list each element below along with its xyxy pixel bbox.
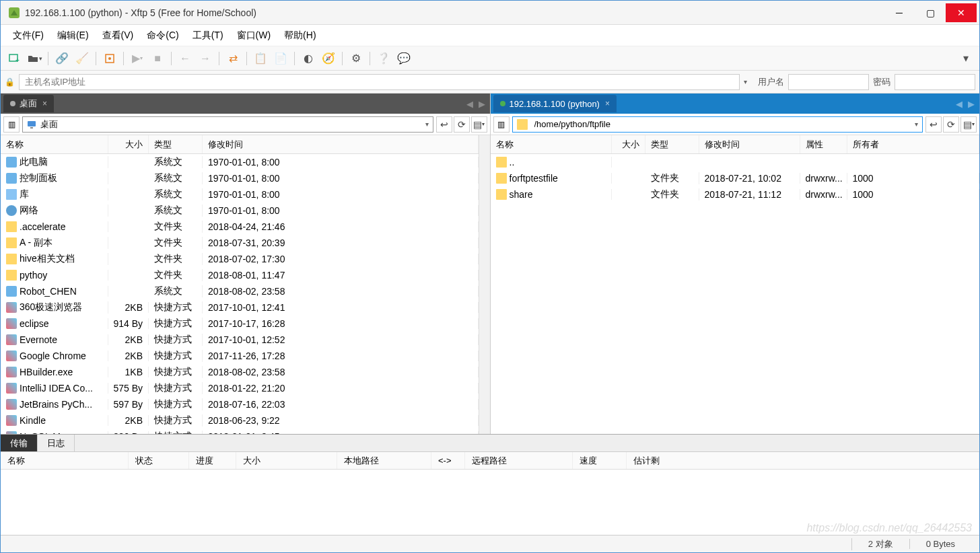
new-session-icon[interactable]: + xyxy=(5,49,24,68)
settings-icon[interactable]: ⚙ xyxy=(347,49,365,68)
col-type[interactable]: 类型 xyxy=(149,135,203,153)
newfolder-icon[interactable]: ▤▾ xyxy=(471,116,487,133)
table-row[interactable]: Robot_CHEN系统文2018-08-02, 23:58 xyxy=(1,283,479,299)
table-row[interactable]: forftptestfile文件夹2018-07-21, 10:02drwxrw… xyxy=(491,170,980,186)
col-name[interactable]: 名称 xyxy=(491,135,612,153)
host-input[interactable] xyxy=(19,74,740,90)
menu-command[interactable]: 命令(C) xyxy=(141,27,184,44)
col-mtime[interactable]: 修改时间 xyxy=(203,135,479,153)
col-type[interactable]: 类型 xyxy=(645,135,699,153)
tab-log[interactable]: 日志 xyxy=(38,435,75,451)
transfer-icon[interactable]: ⇄ xyxy=(223,49,242,68)
table-row[interactable]: 库系统文1970-01-01, 8:00 xyxy=(1,186,479,202)
table-row[interactable]: HBuilder.exe1KB快捷方式2018-08-02, 23:58 xyxy=(1,364,479,380)
menu-edit[interactable]: 编辑(E) xyxy=(52,27,94,44)
col-size[interactable]: 大小 xyxy=(108,135,149,153)
menu-view[interactable]: 查看(V) xyxy=(97,27,139,44)
table-row[interactable]: Google Chrome2KB快捷方式2017-11-26, 17:28 xyxy=(1,348,479,364)
table-row[interactable]: pythoy文件夹2018-08-01, 11:47 xyxy=(1,267,479,283)
col-mtime[interactable]: 修改时间 xyxy=(699,135,800,153)
sidebar-toggle-icon[interactable]: ▥ xyxy=(3,116,20,133)
user-input[interactable] xyxy=(788,74,869,90)
table-row[interactable]: .accelerate文件夹2018-04-24, 21:46 xyxy=(1,219,479,235)
tab-close-icon[interactable]: × xyxy=(605,99,610,108)
tcol-progress[interactable]: 进度 xyxy=(189,452,236,469)
file-size: 2KB xyxy=(108,351,149,361)
menu-window[interactable]: 窗口(W) xyxy=(232,27,277,44)
table-row[interactable]: NoSQL Manag...826 By快捷方式2018-01-01, 8:45 xyxy=(1,429,479,434)
tcol-local[interactable]: 本地路径 xyxy=(337,452,431,469)
table-row[interactable]: eclipse914 By快捷方式2017-10-17, 16:28 xyxy=(1,316,479,332)
table-row[interactable]: 此电脑系统文1970-01-01, 8:00 xyxy=(1,154,479,170)
table-row[interactable]: A - 副本文件夹2018-07-31, 20:39 xyxy=(1,235,479,251)
local-path-box[interactable]: 桌面 ▾ xyxy=(22,116,433,133)
help-icon[interactable]: ❔ xyxy=(374,49,393,68)
table-row[interactable]: Evernote2KB快捷方式2017-10-01, 12:52 xyxy=(1,332,479,348)
maximize-button[interactable]: ▢ xyxy=(915,3,946,22)
table-row[interactable]: 360极速浏览器2KB快捷方式2017-10-01, 12:41 xyxy=(1,299,479,316)
system-icon xyxy=(6,157,17,168)
file-type: 快捷方式 xyxy=(149,350,203,362)
refresh-icon[interactable]: ⟳ xyxy=(454,116,470,133)
tcol-name[interactable]: 名称 xyxy=(1,452,129,469)
link-icon[interactable]: 🔗 xyxy=(53,49,71,68)
file-name: 控制面板 xyxy=(20,172,57,184)
menu-help[interactable]: 帮助(H) xyxy=(279,27,321,44)
drive-icon xyxy=(6,189,17,200)
col-name[interactable]: 名称 xyxy=(1,135,108,153)
tcol-eta[interactable]: 估计剩 xyxy=(627,452,979,469)
folder-icon xyxy=(6,221,17,232)
table-row[interactable]: Kindle2KB快捷方式2018-06-23, 9:22 xyxy=(1,412,479,429)
toolbar-menu-icon[interactable]: ▾ xyxy=(956,49,975,68)
remote-file-list[interactable]: 名称 大小 类型 修改时间 属性 所有者 ..forftptestfile文件夹… xyxy=(491,135,980,434)
table-row[interactable]: share文件夹2018-07-21, 11:12drwxrw...1000 xyxy=(491,186,980,202)
tab-prev-icon[interactable]: ◀ xyxy=(464,99,475,109)
separator xyxy=(294,52,295,65)
open-icon[interactable]: ▾ xyxy=(25,49,44,68)
tab-desktop[interactable]: 桌面 × xyxy=(3,95,54,112)
menu-file[interactable]: 文件(F) xyxy=(7,27,49,44)
table-row[interactable]: 网络系统文1970-01-01, 8:00 xyxy=(1,202,479,219)
tcol-size[interactable]: 大小 xyxy=(236,452,337,469)
table-row[interactable]: IntelliJ IDEA Co...575 By快捷方式2018-01-22,… xyxy=(1,380,479,396)
table-row[interactable]: JetBrains PyCh...597 By快捷方式2018-07-16, 2… xyxy=(1,396,479,412)
path-dropdown-icon[interactable]: ▾ xyxy=(915,120,918,128)
minimize-button[interactable]: ─ xyxy=(884,3,915,22)
tab-next-icon[interactable]: ▶ xyxy=(477,99,487,109)
table-row[interactable]: 控制面板系统文1970-01-01, 8:00 xyxy=(1,170,479,186)
transfer-tabs: 传输 日志 xyxy=(1,435,979,452)
tcol-dir[interactable]: <-> xyxy=(431,452,465,469)
newfolder-icon[interactable]: ▤▾ xyxy=(960,116,977,133)
menu-tools[interactable]: 工具(T) xyxy=(187,27,229,44)
col-size[interactable]: 大小 xyxy=(612,135,645,153)
feedback-icon[interactable]: 💬 xyxy=(394,49,413,68)
tab-next-icon[interactable]: ▶ xyxy=(966,99,977,109)
tab-close-icon[interactable]: × xyxy=(42,99,47,108)
explorer-icon[interactable]: 🧭 xyxy=(319,49,338,68)
tcol-speed[interactable]: 速度 xyxy=(573,452,627,469)
file-mtime: 2018-07-21, 10:02 xyxy=(699,173,800,184)
tab-transfer[interactable]: 传输 xyxy=(1,435,38,451)
properties-icon[interactable] xyxy=(100,49,119,68)
remote-path-box[interactable]: /home/python/ftpfile ▾ xyxy=(512,116,923,133)
tcol-status[interactable]: 状态 xyxy=(129,452,189,469)
sidebar-toggle-icon[interactable]: ▥ xyxy=(493,116,510,133)
path-history-icon[interactable]: ↩ xyxy=(436,116,452,133)
tab-prev-icon[interactable]: ◀ xyxy=(954,99,965,109)
refresh-icon[interactable]: ⟳ xyxy=(943,116,959,133)
local-scrollbar[interactable] xyxy=(479,135,490,434)
path-dropdown-icon[interactable]: ▾ xyxy=(425,120,429,128)
local-file-list[interactable]: 名称 大小 类型 修改时间 此电脑系统文1970-01-01, 8:00控制面板… xyxy=(1,135,479,434)
col-owner[interactable]: 所有者 xyxy=(847,135,980,153)
tcol-remote[interactable]: 远程路径 xyxy=(465,452,573,469)
close-button[interactable]: ✕ xyxy=(946,3,977,22)
table-row[interactable]: .. xyxy=(491,154,980,170)
host-dropdown-icon[interactable]: ▾ xyxy=(744,78,747,85)
col-attr[interactable]: 属性 xyxy=(800,135,847,153)
file-type: 快捷方式 xyxy=(149,301,203,314)
path-history-icon[interactable]: ↩ xyxy=(925,116,942,133)
terminal-icon[interactable]: ◐ xyxy=(299,49,318,68)
table-row[interactable]: hive相关文档文件夹2018-07-02, 17:30 xyxy=(1,251,479,267)
tab-remote[interactable]: 192.168.1.100 (python) × xyxy=(493,95,617,112)
pass-input[interactable] xyxy=(895,74,975,90)
